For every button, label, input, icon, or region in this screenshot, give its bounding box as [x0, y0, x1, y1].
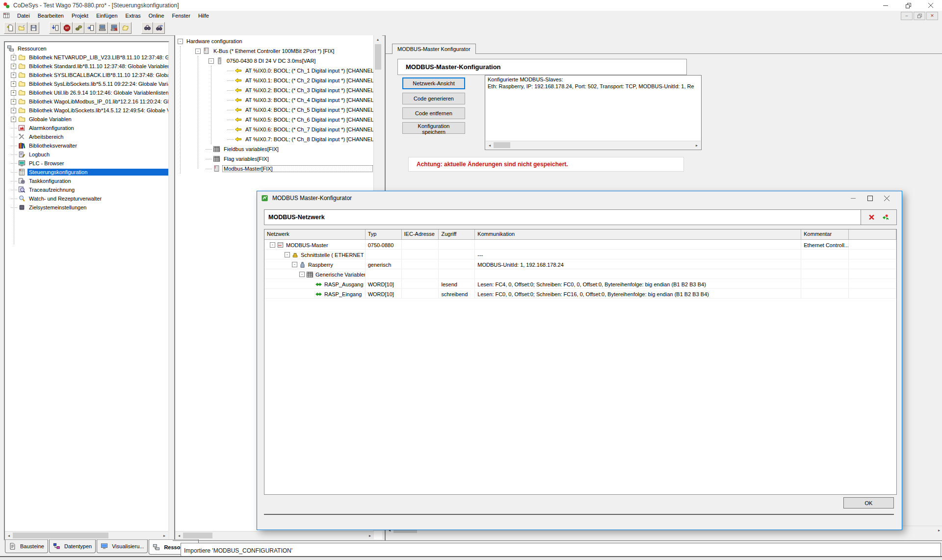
restore-button[interactable]: [897, 0, 919, 11]
mdi-minimize-button[interactable]: –: [901, 12, 913, 20]
expand-icon[interactable]: +: [11, 55, 16, 60]
build-button[interactable]: [84, 22, 96, 34]
resource-item-bibliothek-standard-lib-8-11-10[interactable]: +Bibliothek Standard.lib*8.11.10 12:37:4…: [5, 62, 168, 71]
expand-icon[interactable]: -: [285, 252, 290, 257]
column-header-kommunikation[interactable]: Kommunikation: [475, 229, 801, 239]
dialog-maximize-button[interactable]: [862, 192, 878, 204]
table-row[interactable]: - Generische Variablen: [264, 269, 896, 279]
expand-icon[interactable]: -: [270, 242, 275, 248]
download-button[interactable]: [49, 22, 61, 34]
resource-item-bibliothek-wagolibsockets-lib-14-5-12[interactable]: +Bibliothek WagoLibSockets.lib*14.5.12 1…: [5, 106, 168, 115]
expand-icon[interactable]: -: [292, 262, 297, 267]
mdi-close-button[interactable]: ✕: [926, 12, 938, 20]
table-row[interactable]: - Schnittstelle ( ETHERNET ) ---: [264, 250, 896, 259]
expand-icon[interactable]: +: [11, 64, 16, 69]
expand-icon[interactable]: -: [299, 272, 305, 277]
resource-item-plc[interactable]: PLC - Browser: [5, 159, 168, 168]
hw-item[interactable]: AT %IX0.6: BOOL; (* Ch_7 Digital input *…: [175, 125, 373, 134]
mdi-child-icon[interactable]: [3, 12, 10, 19]
run-button[interactable]: [73, 22, 84, 34]
hw-item[interactable]: -K-Bus (* Ethernet Controller 100MBit 2P…: [175, 46, 373, 56]
resource-item-traceaufzeichnung[interactable]: Traceaufzeichnung: [5, 185, 168, 194]
menu-projekt[interactable]: Projekt: [68, 12, 92, 20]
tab-modbus-master-konfigurator[interactable]: MODBUS-Master Konfigurator: [392, 44, 476, 54]
open-file-button[interactable]: [16, 22, 27, 34]
expand-icon[interactable]: -: [209, 58, 214, 64]
expand-icon[interactable]: +: [11, 90, 16, 96]
column-header-iec-adresse[interactable]: IEC-Adresse: [402, 229, 439, 239]
column-header-netzwerk[interactable]: Netzwerk: [264, 229, 366, 239]
resource-item-bibliothek-wagolibmodbus-ip-01-lib-12-2-16[interactable]: +Bibliothek WagoLibModbus_IP_01.lib*12.2…: [5, 97, 168, 106]
expand-icon[interactable]: +: [11, 81, 16, 87]
delete-icon[interactable]: [868, 214, 875, 221]
code-entfernen-button[interactable]: Code entfernen: [402, 107, 465, 119]
resource-item-watch-und[interactable]: Watch- und Rezepturverwalter: [5, 194, 168, 203]
close-button[interactable]: [919, 0, 942, 11]
hw-item[interactable]: -Hardware configuration: [175, 36, 373, 46]
menu-online[interactable]: Online: [145, 12, 168, 20]
resource-item-bibliothek-util-lib[interactable]: +Bibliothek Util.lib 26.9.14 10:12:46: G…: [5, 88, 168, 97]
hw-item[interactable]: AT %IX0.1: BOOL; (* Ch_2 Digital input *…: [175, 76, 373, 85]
configured-slaves-box[interactable]: Konfigurierte MODBUS-Slaves: Eth: Raspbe…: [485, 75, 702, 150]
menu-bearbeiten[interactable]: Bearbeiten: [34, 12, 68, 20]
resource-item-steuerungskonfiguration[interactable]: Steuerungskonfiguration: [5, 168, 168, 177]
organizer-tab-bausteine[interactable]: Bausteine: [5, 539, 48, 553]
hw-item[interactable]: Fieldbus variables[FIX]: [175, 144, 373, 154]
resource-item-alarmkonfiguration[interactable]: Alarmkonfiguration: [5, 124, 168, 132]
hw-item[interactable]: AT %IX0.7: BOOL; (* Ch_8 Digital input *…: [175, 134, 373, 144]
mdi-restore-button[interactable]: [914, 12, 925, 20]
expand-icon[interactable]: +: [11, 117, 16, 122]
expand-icon[interactable]: -: [195, 49, 201, 54]
stop-button[interactable]: ST: [61, 22, 73, 34]
hw-item[interactable]: AT %IX0.2: BOOL; (* Ch_3 Digital input *…: [175, 85, 373, 95]
expand-icon[interactable]: +: [11, 73, 16, 78]
expand-icon[interactable]: +: [11, 99, 16, 104]
hardware-hscrollbar[interactable]: ◂ ▸: [175, 531, 374, 539]
minimize-button[interactable]: [874, 0, 897, 11]
resource-item-bibliothek-syslibcallback-lib-8-11-10[interactable]: +Bibliothek SYSLIBCALLBACK.LIB*8.11.10 1…: [5, 71, 168, 79]
table-row[interactable]: RASP_Eingang WORD[10]schreibendLesen: FC…: [264, 289, 896, 299]
hw-item[interactable]: Modbus-Master[FIX]: [175, 164, 373, 174]
expand-icon[interactable]: +: [11, 108, 16, 113]
column-header-kommentar[interactable]: Kommentar: [801, 229, 849, 239]
menu-einf-gen[interactable]: Einfügen: [92, 12, 121, 20]
menu-hilfe[interactable]: Hilfe: [194, 12, 213, 20]
slaves-hscrollbar[interactable]: ◂ ▸: [486, 141, 701, 149]
resource-item-bibliothek-syslibsockets-lib-5-5-11[interactable]: +Bibliothek SysLibSockets.lib*5.5.11 09:…: [5, 79, 168, 88]
column-header-zugriff[interactable]: Zugriff: [439, 229, 475, 239]
resource-item-zielsystemeinstellungen[interactable]: Zielsystemeinstellungen: [5, 203, 168, 212]
code-generieren-button[interactable]: Code generieren: [402, 93, 465, 104]
table-row[interactable]: - Raspberry generischMODBUS-UnitId: 1, 1…: [264, 259, 896, 269]
login-button[interactable]: [96, 22, 108, 34]
column-header-spare[interactable]: [849, 229, 896, 239]
resource-item-logbuch[interactable]: Logbuch: [5, 150, 168, 159]
find-next-button[interactable]: [153, 22, 165, 34]
add-slave-icon[interactable]: [882, 214, 890, 221]
find-button[interactable]: [141, 22, 153, 34]
column-header-typ[interactable]: Typ: [366, 229, 402, 239]
resource-item-bibliothek-netvarudp-lib-v23-lib-8-11-10[interactable]: +Bibliothek NETVARUDP_LIB_V23.LIB*8.11.1…: [5, 53, 168, 62]
hw-item[interactable]: AT %IX0.3: BOOL; (* Ch_4 Digital input *…: [175, 95, 373, 105]
dialog-minimize-button[interactable]: [845, 192, 862, 204]
hw-item[interactable]: AT %IX0.0: BOOL; (* Ch_1 Digital input *…: [175, 66, 373, 76]
menu-datei[interactable]: Datei: [13, 12, 34, 20]
netzwerk-ansicht-button[interactable]: Netzwerk-Ansicht: [402, 77, 465, 89]
organizer-tab-datentypen[interactable]: Datentypen: [49, 539, 96, 553]
resource-item-ressourcen[interactable]: Ressourcen: [5, 44, 168, 53]
resource-item-globale-variablen[interactable]: +Globale Variablen: [5, 115, 168, 124]
hw-item[interactable]: Flag variables[FIX]: [175, 154, 373, 164]
konfiguration-speichern-button[interactable]: Konfiguration speichern: [402, 122, 465, 134]
ok-button[interactable]: OK: [843, 497, 894, 509]
menu-fenster[interactable]: Fenster: [168, 12, 194, 20]
table-row[interactable]: - MODBUS-Master 0750-0880Ethernet Contro…: [264, 240, 896, 250]
library-manager-button[interactable]: [120, 22, 131, 34]
save-file-button[interactable]: [27, 22, 39, 34]
logout-button[interactable]: [108, 22, 120, 34]
dialog-close-button[interactable]: [878, 192, 895, 204]
expand-icon[interactable]: -: [178, 39, 183, 44]
resource-item-taskkonfiguration[interactable]: Taskkonfiguration: [5, 177, 168, 185]
menu-extras[interactable]: Extras: [122, 12, 145, 20]
hw-item[interactable]: AT %IX0.4: BOOL; (* Ch_5 Digital input *…: [175, 105, 373, 115]
new-file-button[interactable]: [4, 22, 16, 34]
hw-item[interactable]: -0750-0430 8 DI 24 V DC 3.0ms[VAR]: [175, 56, 373, 66]
